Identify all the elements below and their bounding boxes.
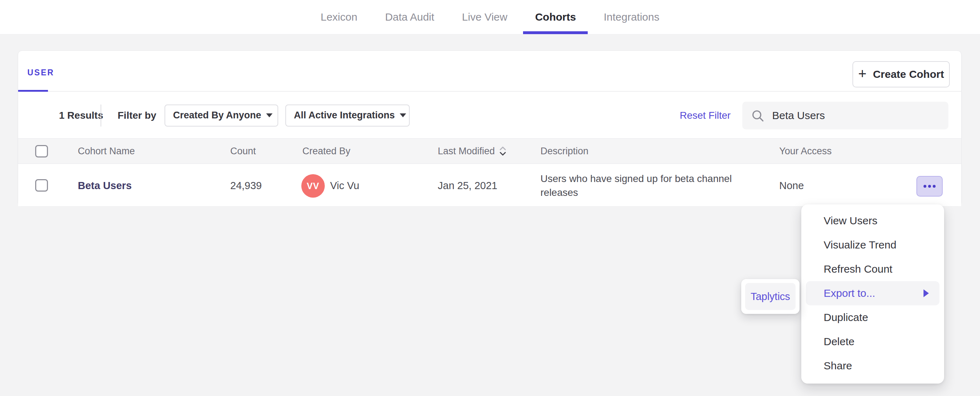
- last-modified-value: Jan 25, 2021: [438, 179, 498, 191]
- row-checkbox[interactable]: [35, 179, 48, 192]
- create-cohort-button[interactable]: + Create Cohort: [853, 61, 950, 88]
- user-tab-underline: [18, 90, 48, 92]
- cohorts-card: USER + Create Cohort 1 Results Filter by…: [18, 51, 961, 206]
- menu-item-delete[interactable]: Delete: [806, 329, 940, 354]
- submenu-arrow-icon: [923, 289, 929, 297]
- header-last-modified-label: Last Modified: [438, 146, 495, 157]
- submenu-item-taplytics[interactable]: Taplytics: [745, 283, 795, 310]
- menu-item-duplicate[interactable]: Duplicate: [806, 305, 940, 329]
- results-count: 1 Results: [59, 110, 103, 121]
- menu-item-export-to[interactable]: Export to...: [806, 281, 940, 305]
- sort-icon[interactable]: [498, 145, 507, 157]
- export-submenu: Taplytics: [741, 279, 800, 314]
- menu-item-share[interactable]: Share: [806, 354, 940, 378]
- description-value: Users who have signed up for beta channe…: [541, 172, 761, 200]
- nav-tab-live-view-label: Live View: [462, 11, 508, 23]
- tab-user[interactable]: USER: [27, 68, 54, 78]
- plus-icon: +: [858, 67, 866, 81]
- table-row: Beta Users 24,939 VV Vic Vu Jan 25, 2021…: [18, 164, 961, 206]
- menu-item-visualize-trend[interactable]: Visualize Trend: [806, 233, 940, 257]
- chevron-down-icon: [400, 113, 406, 117]
- create-cohort-label: Create Cohort: [873, 68, 944, 80]
- integrations-dropdown-value: All Active Integrations: [294, 110, 395, 121]
- integrations-dropdown[interactable]: All Active Integrations: [285, 104, 410, 126]
- filter-divider: [100, 104, 101, 126]
- created-by-value: Vic Vu: [330, 179, 359, 191]
- created-by-dropdown-value: Created By Anyone: [173, 110, 261, 121]
- row-context-menu: View Users Visualize Trend Refresh Count…: [801, 204, 944, 383]
- nav-tab-lexicon-label: Lexicon: [320, 11, 357, 23]
- cohort-count: 24,939: [230, 179, 262, 191]
- chevron-down-icon: [266, 113, 272, 117]
- active-tab-underline: [523, 31, 588, 34]
- menu-item-refresh-count[interactable]: Refresh Count: [806, 257, 940, 281]
- table-header: Cohort Name Count Created By Last Modifi…: [18, 138, 961, 164]
- search-input[interactable]: [742, 102, 948, 129]
- nav-tab-data-audit-label: Data Audit: [385, 11, 434, 23]
- header-last-modified: Last Modified: [438, 145, 507, 157]
- more-dots-icon: [933, 185, 935, 188]
- created-by-dropdown[interactable]: Created By Anyone: [164, 104, 278, 126]
- your-access-value: None: [779, 179, 804, 191]
- menu-item-export-to-label: Export to...: [824, 287, 875, 299]
- filter-bar: 1 Results Filter by Created By Anyone Al…: [18, 93, 961, 138]
- more-dots-icon: [923, 185, 926, 188]
- header-your-access: Your Access: [779, 146, 832, 157]
- nav-tab-live-view[interactable]: Live View: [462, 0, 508, 34]
- header-count: Count: [230, 146, 256, 157]
- row-actions-button[interactable]: [916, 176, 943, 196]
- nav-tab-data-audit[interactable]: Data Audit: [385, 0, 434, 34]
- nav-tab-integrations[interactable]: Integrations: [604, 0, 660, 34]
- cohort-name-link[interactable]: Beta Users: [78, 179, 132, 191]
- select-all-checkbox[interactable]: [35, 145, 48, 158]
- nav-tab-lexicon[interactable]: Lexicon: [320, 0, 357, 34]
- search-box: [742, 102, 948, 129]
- more-dots-icon: [928, 185, 931, 188]
- header-cohort-name: Cohort Name: [78, 146, 135, 157]
- nav-tab-cohorts[interactable]: Cohorts: [535, 0, 576, 34]
- header-created-by: Created By: [302, 146, 350, 157]
- card-tab-bar: USER + Create Cohort: [18, 51, 961, 92]
- avatar: VV: [301, 174, 325, 198]
- header-description: Description: [541, 146, 589, 157]
- top-nav: Lexicon Data Audit Live View Cohorts Int…: [0, 0, 980, 35]
- filter-by-label: Filter by: [118, 110, 156, 121]
- cohorts-page: Lexicon Data Audit Live View Cohorts Int…: [0, 0, 980, 396]
- nav-tab-cohorts-label: Cohorts: [535, 11, 576, 23]
- nav-tab-integrations-label: Integrations: [604, 11, 660, 23]
- reset-filter-link[interactable]: Reset Filter: [680, 110, 730, 121]
- menu-item-view-users[interactable]: View Users: [806, 209, 940, 233]
